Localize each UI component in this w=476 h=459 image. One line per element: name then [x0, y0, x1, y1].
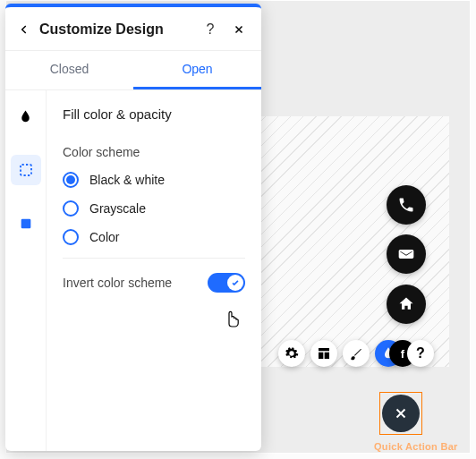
- vtab-fill[interactable]: [11, 101, 41, 132]
- toggle-knob: [227, 275, 243, 291]
- check-icon: [231, 278, 240, 287]
- selection-dashed-icon: [18, 162, 34, 178]
- phone-icon: [397, 196, 415, 214]
- vtab-selection[interactable]: [11, 155, 41, 185]
- tool-help[interactable]: ?: [407, 340, 434, 367]
- option-grayscale[interactable]: Grayscale: [63, 200, 245, 217]
- radio-icon: [63, 200, 79, 217]
- app-stage: f ? Quick Action Bar Customize Design ? …: [0, 0, 476, 459]
- quick-action-close-frame[interactable]: [379, 392, 422, 435]
- panel-title: Customize Design: [39, 21, 200, 38]
- water-drop-icon: [18, 109, 33, 124]
- action-mail[interactable]: [387, 234, 426, 274]
- section-fill-header: Fill color & opacity: [63, 106, 245, 122]
- layout-icon: [317, 346, 331, 361]
- customize-design-panel: Customize Design ? Closed Open: [5, 4, 261, 451]
- question-icon: ?: [207, 21, 215, 38]
- svg-rect-0: [21, 165, 31, 175]
- close-icon: [233, 23, 245, 36]
- color-scheme-label: Color scheme: [63, 145, 245, 159]
- invert-row: Invert color scheme: [63, 273, 245, 293]
- svg-rect-1: [21, 219, 30, 229]
- close-icon: [393, 405, 409, 421]
- tool-design[interactable]: [343, 340, 370, 367]
- help-button[interactable]: ?: [200, 20, 220, 39]
- vtab-shape[interactable]: [11, 208, 41, 239]
- question-icon: ?: [416, 345, 425, 361]
- chevron-left-icon: [18, 23, 30, 36]
- brush-icon: [349, 346, 363, 361]
- option-label: Grayscale: [89, 201, 146, 216]
- facebook-icon: f: [401, 347, 404, 361]
- radio-icon: [63, 172, 79, 188]
- panel-content: Fill color & opacity Color scheme Black …: [47, 90, 261, 451]
- invert-label: Invert color scheme: [63, 276, 172, 290]
- mail-icon: [397, 245, 415, 263]
- option-label: Color: [89, 230, 119, 244]
- option-color[interactable]: Color: [63, 229, 245, 245]
- tool-settings[interactable]: [278, 340, 305, 367]
- section-title: Fill color & opacity: [63, 106, 172, 122]
- option-label: Black & white: [89, 173, 165, 187]
- divider: [63, 258, 245, 259]
- radio-icon: [63, 229, 79, 245]
- filled-square-icon: [19, 217, 33, 231]
- panel-body: Fill color & opacity Color scheme Black …: [5, 90, 261, 451]
- tool-layout[interactable]: [310, 340, 337, 367]
- close-panel-button[interactable]: [229, 20, 249, 39]
- tab-open[interactable]: Open: [133, 51, 261, 89]
- quick-action-label: Quick Action Bar: [374, 441, 458, 452]
- vertical-tool-tabs: [5, 90, 47, 451]
- action-phone[interactable]: [387, 185, 426, 225]
- quick-action-close[interactable]: [382, 395, 420, 432]
- gear-icon: [285, 346, 299, 361]
- tab-closed[interactable]: Closed: [5, 51, 133, 89]
- panel-header: Customize Design ?: [5, 7, 261, 50]
- home-icon: [397, 295, 415, 313]
- action-home[interactable]: [387, 285, 426, 324]
- state-tabs: Closed Open: [5, 50, 261, 90]
- option-black-white[interactable]: Black & white: [63, 172, 245, 188]
- invert-toggle[interactable]: [208, 273, 245, 293]
- back-button[interactable]: [14, 20, 34, 39]
